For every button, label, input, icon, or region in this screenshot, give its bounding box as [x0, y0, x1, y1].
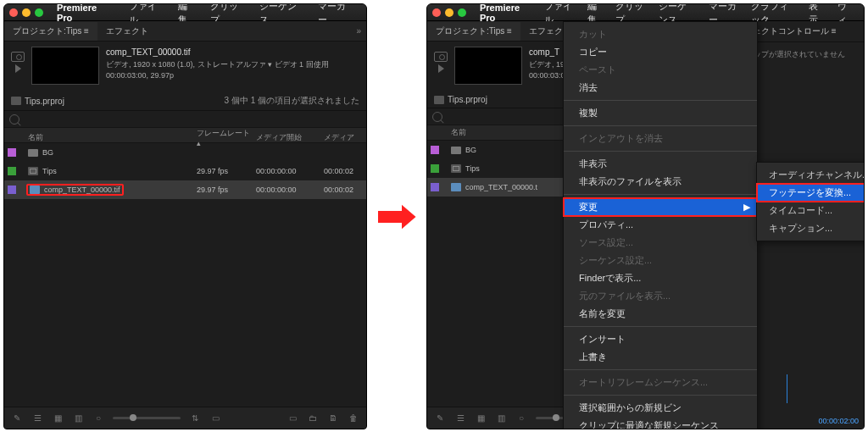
premiere-window-left: Premiere Pro ファイル編集クリップシーケンスマーカー プロジェクト:…: [3, 3, 367, 429]
item-name: comp_TEXT_00000.t: [465, 183, 537, 191]
menu-item[interactable]: Finderで表示...: [564, 269, 757, 287]
list-header[interactable]: 名前 フレームレート ▴ メディア開始 メディア: [4, 128, 366, 143]
menu-item: インとアウトを消去: [564, 130, 757, 147]
new-item-icon[interactable]: 🗎: [327, 413, 339, 424]
list-view-icon[interactable]: ☰: [31, 413, 43, 424]
play-icon[interactable]: [15, 64, 21, 73]
clip-thumbnail[interactable]: [31, 47, 99, 85]
folder-icon: [451, 147, 461, 154]
icon-view-icon[interactable]: ▦: [52, 413, 64, 424]
tab-project[interactable]: プロジェクト:Tips ≡: [4, 22, 97, 41]
icon-view-icon[interactable]: ▦: [475, 413, 487, 424]
auto-match-icon[interactable]: ▭: [209, 413, 221, 424]
submenu-item[interactable]: タイムコード...: [757, 202, 865, 219]
trash-icon[interactable]: 🗑: [348, 413, 359, 424]
label-swatch: [8, 167, 16, 175]
item-framerate: 29.97 fps: [197, 186, 256, 194]
item-media-start: 00:00:00:00: [256, 186, 324, 194]
window-titlebar: Premiere Pro ファイル編集クリップシーケンスマーカーグラフィック表示…: [427, 4, 864, 21]
minimize-icon[interactable]: [445, 8, 453, 17]
menu-separator: [564, 369, 757, 370]
app-name: Premiere Pro: [57, 3, 114, 23]
window-controls[interactable]: [432, 8, 466, 17]
menu-separator: [564, 125, 757, 126]
freeform-view-icon[interactable]: ▥: [495, 413, 507, 424]
window-controls[interactable]: [9, 8, 43, 17]
sort-icon[interactable]: ⇅: [189, 413, 201, 424]
item-media-start: 00:00:00:00: [256, 167, 324, 175]
tab-project[interactable]: プロジェクト:Tips ≡: [427, 22, 520, 41]
folder-icon[interactable]: 🗀: [307, 413, 319, 424]
camera-icon: [434, 52, 448, 62]
menu-item[interactable]: プロパティ...: [564, 216, 757, 234]
menu-item[interactable]: 複製: [564, 104, 757, 122]
project-item-row[interactable]: Tips29.97 fps00:00:00:0000:00:02: [4, 162, 366, 180]
tab-effects[interactable]: エフェクト: [97, 22, 157, 41]
menu-item: オートリフレームシーケンス...: [564, 374, 757, 391]
menu-separator: [564, 194, 757, 195]
project-item-row[interactable]: comp_TEXT_00000.tif29.97 fps00:00:00:000…: [4, 180, 366, 199]
menu-item: シーケンス設定...: [564, 252, 757, 269]
menu-separator: [564, 395, 757, 396]
close-icon[interactable]: [9, 8, 18, 17]
col-media-end[interactable]: メディア: [324, 132, 363, 143]
menu-item[interactable]: 名前を変更: [564, 305, 757, 323]
play-icon[interactable]: [438, 64, 444, 73]
menu-item: ペースト: [564, 61, 757, 79]
label-swatch: [431, 146, 439, 154]
sequence-timecode: 00:00:02:00: [818, 417, 859, 425]
project-item-row[interactable]: BG: [4, 143, 366, 162]
menu-item[interactable]: クリップに最適な新規シーケンス: [564, 417, 757, 429]
submenu-item[interactable]: フッテージを変換...: [757, 184, 865, 202]
label-swatch: [8, 186, 16, 194]
item-framerate: 29.97 fps: [197, 167, 256, 175]
col-name[interactable]: 名前: [28, 132, 197, 143]
item-name: comp_TEXT_00000.tif: [44, 186, 120, 194]
zoom-dot-icon: ○: [515, 413, 527, 424]
window-titlebar: Premiere Pro ファイル編集クリップシーケンスマーカー: [4, 4, 366, 21]
zoom-icon[interactable]: [35, 8, 43, 17]
search-icon[interactable]: [9, 114, 19, 125]
clip-meta-line: ビデオ, 1920 x 1080 (1.0), ストレートアルファ ▾ ビデオ …: [106, 59, 329, 70]
clip-thumbnail[interactable]: [454, 47, 522, 85]
col-media-start[interactable]: メディア開始: [256, 132, 324, 143]
project-icon: [11, 97, 21, 105]
search-icon[interactable]: [432, 112, 442, 122]
clip-meta-line: 00:00:03:00, 29.97p: [106, 70, 329, 81]
menu-separator: [564, 326, 757, 327]
zoom-dot-icon: ○: [92, 413, 104, 424]
item-name: Tips: [42, 167, 57, 175]
project-file-row[interactable]: Tips.prproj 3 個中 1 個の項目が選択されました: [4, 91, 366, 111]
label-swatch: [8, 148, 16, 157]
submenu-arrow-icon: ▶: [743, 201, 750, 213]
item-media-end: 00:00:02: [324, 167, 363, 175]
new-bin-icon[interactable]: ▭: [287, 413, 298, 424]
zoom-slider[interactable]: [113, 417, 181, 419]
minimize-icon[interactable]: [22, 8, 31, 17]
menu-item[interactable]: 変更▶: [564, 198, 757, 216]
menu-item[interactable]: インサート: [564, 330, 757, 348]
project-icon: [434, 96, 444, 104]
menu-item[interactable]: コピー: [564, 43, 757, 61]
selection-status: 3 個中 1 個の項目が選択されました: [225, 95, 359, 107]
project-filename: Tips.prproj: [448, 95, 487, 104]
submenu-item: オーディオチャンネル...: [757, 166, 865, 184]
app-name: Premiere Pro: [480, 3, 529, 23]
modify-submenu[interactable]: オーディオチャンネル...フッテージを変換...タイムコード...キャプション.…: [756, 162, 865, 241]
pen-icon[interactable]: ✎: [434, 413, 446, 424]
menu-item[interactable]: 非表示: [564, 155, 757, 173]
menu-item[interactable]: 選択範囲からの新規ビン: [564, 399, 757, 417]
menu-item[interactable]: 消去: [564, 79, 757, 97]
zoom-icon[interactable]: [458, 8, 466, 17]
menu-item: カット: [564, 25, 757, 43]
timeline-playhead[interactable]: [787, 374, 787, 403]
context-menu[interactable]: カットコピーペースト消去複製インとアウトを消去非表示非表示のファイルを表示変更▶…: [563, 21, 758, 429]
menu-item[interactable]: 非表示のファイルを表示: [564, 173, 757, 191]
close-icon[interactable]: [432, 8, 441, 17]
panel-menu-icon[interactable]: »: [351, 26, 366, 36]
item-name: Tips: [465, 164, 480, 173]
freeform-view-icon[interactable]: ▥: [72, 413, 84, 424]
list-view-icon[interactable]: ☰: [454, 413, 466, 424]
menu-item[interactable]: 上書き: [564, 348, 757, 366]
pen-icon[interactable]: ✎: [11, 413, 23, 424]
